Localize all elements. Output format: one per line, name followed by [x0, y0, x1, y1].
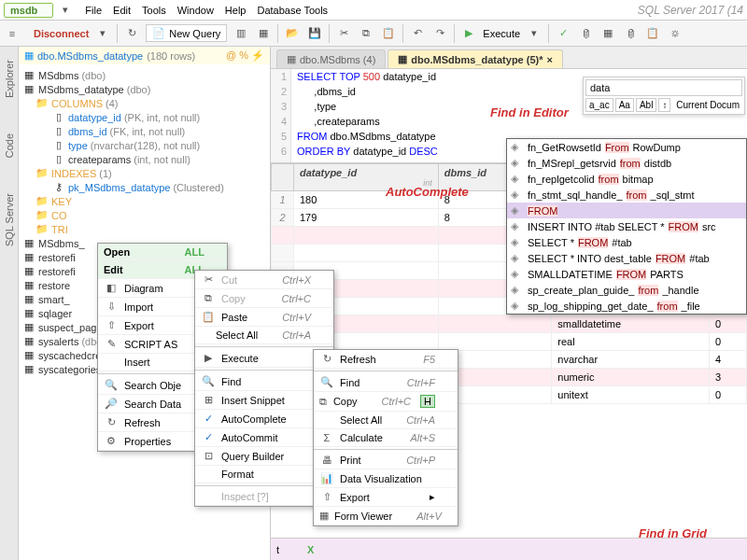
tree-node[interactable]: ▦MSdbms (dbo)	[19, 68, 270, 82]
menubar: msdb ▾ FileEditToolsWindowHelpDatabase T…	[0, 0, 747, 21]
menu-item[interactable]: 📊Data Visualization	[314, 469, 458, 488]
badges: @ % ⚡	[226, 49, 264, 62]
tool-icon[interactable]: 📋	[644, 25, 661, 42]
explorer-title: dbo.MSdbms_datatype	[37, 50, 143, 62]
menu-item[interactable]: ▦Form ViewerAlt+V	[314, 507, 458, 525]
menu-item[interactable]: ✂CutCtrl+X	[195, 271, 333, 289]
find-opt[interactable]: Abl	[636, 98, 656, 112]
autocomplete-item[interactable]: ◈sp_create_plan_guide_from_handle	[507, 282, 746, 298]
check-icon[interactable]: ✓	[555, 25, 571, 42]
save-icon[interactable]: 💾	[306, 25, 323, 42]
side-tabs: Explorer Code SQL Server	[0, 47, 19, 560]
menu-item[interactable]: 🔍FindCtrl+F	[314, 373, 458, 392]
dropdown-icon[interactable]: ▾	[57, 2, 74, 19]
menu-item[interactable]: ⇧Export▸	[314, 488, 458, 507]
autocomplete-item[interactable]: ◈INSERT INTO #tab SELECT * FROM src	[507, 218, 746, 234]
version-label: SQL Server 2017 (14	[638, 4, 743, 17]
status-sel: t	[276, 544, 279, 555]
sql-code[interactable]: SELECT TOP 500 datatype_id ,dbms_id ,typ…	[291, 69, 444, 162]
autocomplete-item[interactable]: ◈fn_MSrepl_getsrvidfromdistdb	[507, 155, 746, 171]
tool-icon[interactable]: 🛢	[622, 25, 639, 42]
menu-item[interactable]: Select AllCtrl+A	[314, 412, 458, 429]
dropdown-icon[interactable]: ▾	[526, 25, 543, 42]
find-opt[interactable]: a_ac	[585, 98, 613, 112]
find-opt[interactable]: ↕	[658, 98, 670, 112]
status-bar: t X	[271, 538, 747, 560]
refresh-icon[interactable]: ↻	[123, 25, 140, 42]
autocomplete-item[interactable]: ◈fn_stmt_sql_handle_from_sql_stmt	[507, 187, 746, 203]
editor-tab[interactable]: ▦dbo.MSdbms (4)	[276, 49, 386, 68]
cut-icon[interactable]: ✂	[335, 25, 352, 42]
autocomplete-item[interactable]: ◈SELECT * INTO dest_table FROM #tab	[507, 250, 746, 266]
undo-icon[interactable]: ↶	[409, 25, 426, 42]
tree-node[interactable]: ▯dbms_id (FK, int, not null)	[19, 124, 270, 138]
find-scope[interactable]: Current Docum	[673, 99, 742, 111]
autocomplete-popup[interactable]: ◈fn_GetRowsetIdFromRowDump◈fn_MSrepl_get…	[506, 138, 747, 315]
autocomplete-item[interactable]: ◈SMALLDATETIMEFROMPARTS	[507, 266, 746, 282]
tree-node[interactable]: ⚷pk_MSdbms_datatype (Clustered)	[19, 180, 270, 194]
layout-icon[interactable]: ▦	[255, 25, 272, 42]
disconnect-button[interactable]: Disconnect	[34, 28, 89, 39]
tree-node[interactable]: 📁COLUMNS (4)	[19, 96, 270, 110]
menu-window[interactable]: Window	[177, 5, 214, 16]
autocomplete-item[interactable]: ◈SELECT * FROM #tab	[507, 234, 746, 250]
menu-item[interactable]: ⧉CopyCtrl+CH	[314, 392, 458, 412]
execute-icon[interactable]: ▶	[460, 25, 477, 42]
side-tab-code[interactable]: Code	[2, 130, 17, 161]
db-selector[interactable]: msdb	[4, 3, 53, 18]
tool-icon[interactable]: ▦	[599, 25, 616, 42]
new-query-button[interactable]: 📄New Query	[146, 24, 227, 42]
find-input[interactable]	[585, 79, 742, 96]
dropdown-icon[interactable]: ▾	[94, 25, 111, 42]
copy-icon[interactable]: ⧉	[358, 25, 374, 42]
tool-icon[interactable]: ⛭	[667, 25, 684, 42]
row-count: (180 rows)	[147, 50, 195, 62]
tool-icon[interactable]: 🛢	[577, 25, 594, 42]
tree-node[interactable]: 📁CO	[19, 208, 270, 222]
side-tab-sqlserver[interactable]: SQL Server	[2, 189, 17, 250]
side-tab-explorer[interactable]: Explorer	[2, 56, 17, 102]
autocomplete-item[interactable]: ◈fn_GetRowsetIdFromRowDump	[507, 139, 746, 155]
align-icon[interactable]: ≡	[4, 25, 21, 42]
menu-file[interactable]: File	[85, 5, 102, 16]
menu-tools[interactable]: Tools	[142, 5, 166, 16]
menu-item[interactable]: 📋PasteCtrl+V	[195, 308, 333, 327]
editor-tab[interactable]: ▦dbo.MSdbms_datatype (5)*×	[388, 49, 563, 68]
autocomplete-item[interactable]: ◈fn_replgetcolidfrombitmap	[507, 171, 746, 187]
menu-help[interactable]: Help	[225, 5, 247, 16]
tree-node[interactable]: ▯type (nvarchar(128), not null)	[19, 138, 270, 152]
status-x[interactable]: X	[307, 544, 314, 555]
tree-node[interactable]: 📁KEY	[19, 194, 270, 208]
redo-icon[interactable]: ↷	[431, 25, 448, 42]
menu-item[interactable]: ⧉CopyCtrl+C	[195, 289, 333, 308]
menu-edit[interactable]: Edit	[113, 5, 131, 16]
editor-tabs: ▦dbo.MSdbms (4)▦dbo.MSdbms_datatype (5)*…	[271, 47, 747, 69]
line-gutter: 123456	[271, 69, 291, 162]
context-menu-grid[interactable]: ↻RefreshF5🔍FindCtrl+F⧉CopyCtrl+CHSelect …	[313, 349, 458, 526]
autocomplete-item[interactable]: ◈FROM	[507, 203, 746, 218]
tree-node[interactable]: 📁INDEXES (1)	[19, 166, 270, 180]
menu-item[interactable]: ↻RefreshF5	[314, 350, 458, 369]
table-icon: ▦	[24, 49, 34, 62]
menu-database-tools[interactable]: Database Tools	[257, 5, 328, 16]
find-opt[interactable]: Aa	[615, 98, 634, 112]
table-icon: ▦	[287, 53, 296, 65]
open-icon[interactable]: 📂	[284, 25, 301, 42]
menu-item[interactable]: ΣCalculateAlt+S	[314, 429, 458, 447]
tree-node[interactable]: ▯datatype_id (PK, int, not null)	[19, 110, 270, 124]
autocomplete-item[interactable]: ◈sp_log_shipping_get_date_from_file	[507, 298, 746, 314]
menu-item[interactable]: 🖶PrintCtrl+P	[314, 452, 458, 469]
doc-icon: 📄	[152, 27, 165, 39]
tree-node[interactable]: 📁TRI	[19, 222, 270, 236]
tree-node[interactable]: ▯createparams (int, not null)	[19, 152, 270, 166]
table-icon: ▦	[398, 53, 407, 65]
execute-button[interactable]: Execute	[483, 28, 520, 39]
menu-item[interactable]: Select AllCtrl+A	[195, 327, 333, 344]
toolbar: ≡ Disconnect ▾ ↻ 📄New Query ▥ ▦ 📂 💾 ✂ ⧉ …	[0, 21, 747, 47]
layout-icon[interactable]: ▥	[233, 25, 249, 42]
close-icon[interactable]: ×	[547, 54, 553, 65]
tree-node[interactable]: ▦MSdbms_datatype (dbo)	[19, 82, 270, 96]
find-panel: a_ac Aa Abl ↕ Current Docum	[583, 77, 745, 115]
paste-icon[interactable]: 📋	[380, 25, 397, 42]
